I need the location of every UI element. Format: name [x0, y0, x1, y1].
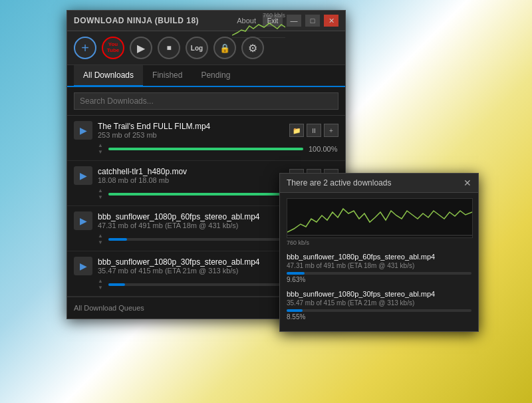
download-info: bbb_sunflower_1080p_60fps_stereo_abl.mp4… [98, 212, 284, 229]
folder-button[interactable]: 📁 [289, 124, 304, 137]
search-bar [67, 87, 345, 116]
play-icon: ▶ [74, 166, 92, 185]
popup-progress-text: 9.63% [287, 276, 471, 283]
progress-text: 100.00% [309, 145, 338, 153]
minimize-button[interactable]: — [287, 15, 301, 27]
play-icon: ▶ [74, 121, 92, 140]
popup-window: There are 2 active downloads ✕ 760 kb/s … [279, 173, 479, 332]
popup-speed-label: 760 kb/s [287, 239, 471, 246]
download-size: 253 mb of 253 mb [98, 131, 284, 139]
progress-bar-container [108, 283, 303, 286]
popup-progress-bar [287, 272, 305, 275]
popup-chart-area: 760 kb/s [280, 193, 478, 249]
popup-download-size: 35.47 mb of 415 mb (ETA 21m @ 313 kb/s) [287, 299, 471, 307]
tab-all-downloads[interactable]: All Downloads [74, 65, 143, 87]
download-name: catchhell-tlr1_h480p.mov [98, 167, 284, 176]
progress-bar [108, 193, 303, 196]
popup-list-item: bbb_sunflower_1080p_60fps_stereo_abl.mp4… [287, 253, 471, 283]
list-item: ▶ The Trail's End FULL FILM.mp4 253 mb o… [67, 116, 345, 161]
download-size: 18.08 mb of 18.08 mb [98, 176, 284, 184]
sort-arrows: ▲▼ [98, 233, 103, 245]
stop-button[interactable]: ■ [158, 37, 180, 59]
progress-bar-container [108, 193, 303, 196]
popup-list-item: bbb_sunflower_1080p_30fps_stereo_abl.mp4… [287, 290, 471, 321]
app-title: DOWNLOAD NINJA (BUILD 18) [74, 16, 199, 25]
popup-chart [287, 198, 473, 238]
toolbar: + YouTube ▶ ■ Log 🔒 ⚙ [67, 31, 345, 65]
tabs-bar: All Downloads Finished Pending [67, 65, 345, 87]
download-info: The Trail's End FULL FILM.mp4 253 mb of … [98, 122, 284, 139]
add-button[interactable]: + [324, 124, 338, 137]
progress-bar-container [108, 238, 303, 241]
mini-chart [232, 19, 285, 38]
popup-progress-bar-container [287, 272, 471, 275]
search-input[interactable] [74, 92, 338, 110]
popup-download-name: bbb_sunflower_1080p_60fps_stereo_abl.mp4 [287, 253, 471, 261]
progress-row: ▲▼ 100.00% [74, 142, 338, 155]
popup-downloads: bbb_sunflower_1080p_60fps_stereo_abl.mp4… [280, 249, 478, 331]
popup-close-button[interactable]: ✕ [464, 178, 471, 188]
download-size: 35.47 mb of 415 mb (ETA 21m @ 313 kb/s) [98, 267, 284, 275]
progress-bar [108, 148, 303, 150]
sort-arrows: ▲▼ [98, 278, 103, 291]
download-size: 47.31 mb of 491 mb (ETA 18m @ 431 kb/s) [98, 221, 284, 229]
progress-bar-container [108, 148, 303, 150]
youtube-button[interactable]: YouTube [102, 37, 124, 59]
log-button[interactable]: Log [186, 37, 208, 59]
title-bar-left: DOWNLOAD NINJA (BUILD 18) [74, 16, 199, 25]
add-download-button[interactable]: + [74, 37, 96, 59]
popup-progress-text: 8.55% [287, 313, 471, 321]
download-name: bbb_sunflower_1080p_60fps_stereo_abl.mp4 [98, 212, 284, 221]
maximize-button[interactable]: □ [305, 15, 320, 27]
popup-download-name: bbb_sunflower_1080p_30fps_stereo_abl.mp4 [287, 290, 471, 298]
close-button[interactable]: ✕ [324, 15, 338, 27]
download-info: catchhell-tlr1_h480p.mov 18.08 mb of 18.… [98, 167, 284, 184]
lock-button[interactable]: 🔒 [213, 37, 236, 59]
popup-progress-bar-container [287, 309, 471, 312]
popup-title-bar: There are 2 active downloads ✕ [280, 174, 478, 193]
progress-bar [108, 238, 127, 241]
popup-download-size: 47.31 mb of 491 mb (ETA 18m @ 431 kb/s) [287, 262, 471, 269]
download-info: bbb_sunflower_1080p_30fps_stereo_abl.mp4… [98, 257, 284, 275]
tab-pending[interactable]: Pending [192, 65, 239, 87]
play-icon: ▶ [74, 257, 92, 275]
sort-arrows: ▲▼ [98, 142, 103, 155]
play-icon: ▶ [74, 211, 92, 230]
popup-title: There are 2 active downloads [287, 178, 391, 188]
download-actions: 📁 ⏸ + [289, 124, 338, 137]
play-button[interactable]: ▶ [130, 37, 152, 59]
download-item-header: ▶ The Trail's End FULL FILM.mp4 253 mb o… [74, 121, 338, 140]
title-bar: DOWNLOAD NINJA (BUILD 18) 760 kb/s About… [67, 11, 345, 31]
tab-finished[interactable]: Finished [143, 65, 192, 87]
pause-button[interactable]: ⏸ [307, 124, 321, 137]
progress-bar [108, 283, 125, 286]
sort-arrows: ▲▼ [98, 188, 103, 200]
download-name: The Trail's End FULL FILM.mp4 [98, 122, 284, 131]
settings-button[interactable]: ⚙ [241, 37, 264, 59]
queue-label: All Download Queues [74, 304, 293, 312]
speed-label: 760 kb/s [232, 12, 285, 19]
download-name: bbb_sunflower_1080p_30fps_stereo_abl.mp4 [98, 257, 284, 267]
popup-progress-bar [287, 309, 303, 312]
